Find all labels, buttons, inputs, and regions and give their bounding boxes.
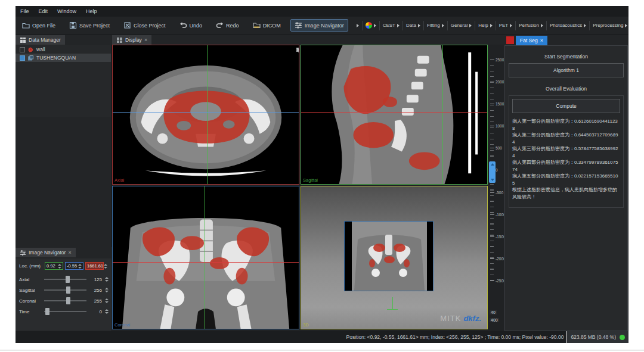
axial-crosshair-vertical[interactable] <box>207 45 208 184</box>
coronal-slider[interactable] <box>44 300 86 301</box>
axial-slider[interactable] <box>44 279 86 280</box>
view-menu-item[interactable]: CEST <box>379 21 402 30</box>
level-tick-label: -2500 <box>490 279 506 283</box>
sagittal-crosshair-vertical[interactable] <box>442 45 443 184</box>
axial-viewport[interactable]: Axial <box>112 45 299 185</box>
undo-button[interactable]: Undo <box>175 19 207 32</box>
slider-thumb[interactable] <box>66 297 70 304</box>
threed-crosshair-horizontal <box>387 309 398 310</box>
sagittal-slider-label: Sagittal <box>19 288 42 293</box>
sagittal-slider[interactable] <box>44 289 86 291</box>
spinner[interactable] <box>104 288 109 292</box>
menu-item[interactable]: Edit <box>39 8 48 14</box>
redo-button[interactable]: Redo <box>212 19 243 32</box>
menu-item[interactable]: Window <box>57 8 76 14</box>
dicom-button[interactable]: DICOM <box>249 19 285 32</box>
window-value[interactable]: 400 <box>490 318 499 322</box>
start-segmentation-label: Start Segmentation <box>509 54 624 60</box>
mitk-logo-text: MITK <box>440 314 461 323</box>
memory-status-led-icon <box>620 335 625 340</box>
sagittal-crosshair-horizontal[interactable] <box>301 112 487 113</box>
close-project-button[interactable]: Close Project <box>119 19 170 32</box>
compute-button[interactable]: Compute <box>512 99 620 113</box>
view-menu-item[interactable]: Help <box>475 21 495 30</box>
view-menu-label: PET <box>499 23 509 28</box>
image-navigator-button[interactable]: Image Navigator <box>290 19 348 32</box>
open-file-button[interactable]: Open File <box>18 19 60 32</box>
level-tick-label: -500 <box>490 191 506 195</box>
threed-crosshair-vertical <box>392 297 393 309</box>
coronal-crosshair-horizontal[interactable] <box>113 262 299 263</box>
level-tick-label: 2500 <box>490 58 506 62</box>
open-file-icon <box>22 21 30 29</box>
time-slider[interactable] <box>44 311 86 312</box>
menu-item[interactable]: Help <box>86 8 97 14</box>
view-menu-item[interactable]: General <box>447 21 475 30</box>
close-icon[interactable]: × <box>540 38 543 43</box>
loc-x-spinbox[interactable]: 0.92 <box>45 262 63 270</box>
slider-thumb[interactable] <box>66 276 70 283</box>
time-slider-row: Time 0 <box>19 306 109 317</box>
view-menu-label: Data <box>406 23 416 28</box>
threed-viewport[interactable]: MITK dkfz. 3D <box>301 186 488 329</box>
tab-fat-seg[interactable]: Fat Seg × <box>516 36 547 45</box>
data-node-tushengquan[interactable]: TUSHENGQUAN <box>16 54 111 62</box>
undo-label: Undo <box>190 23 203 29</box>
view-menu-item[interactable]: PET <box>496 21 516 30</box>
coronal-slider-value: 255 <box>90 298 102 304</box>
menu-bar: FileEditWindowHelp <box>16 6 628 17</box>
axial-crosshair-horizontal[interactable] <box>113 112 299 113</box>
loc-z-spinbox[interactable]: 1661.61 <box>85 262 104 270</box>
coronal-viewport[interactable]: Coronal <box>112 186 299 329</box>
redo-label: Redo <box>226 23 239 29</box>
view-menu-item[interactable]: Preprocessing <box>589 21 628 30</box>
spinner[interactable] <box>78 264 82 269</box>
loc-y-value: -0.55 <box>67 263 77 269</box>
sagittal-viewport[interactable]: Sagittal <box>301 45 488 185</box>
slider-thumb[interactable] <box>66 286 70 294</box>
visibility-checkbox[interactable] <box>20 55 25 61</box>
colormap-menu-button[interactable] <box>362 21 379 30</box>
sagittal-slider-row: Sagittal 256 <box>19 285 109 295</box>
spinner[interactable] <box>104 277 109 282</box>
memory-usage-text: 623.85 MB (0.48 %) <box>571 334 616 340</box>
submenu-arrow-icon <box>541 24 543 27</box>
tab-display[interactable]: Display × <box>112 35 151 45</box>
view-menu-item[interactable]: Data <box>402 21 423 30</box>
view-menu-item[interactable]: Photoacoustics <box>546 21 589 30</box>
slider-thumb[interactable] <box>45 308 49 315</box>
coronal-crosshair-vertical[interactable] <box>205 186 205 329</box>
level-tick-label: 1000 <box>490 124 506 128</box>
close-icon[interactable] <box>296 47 299 52</box>
toolbar-overflow-button[interactable] <box>354 21 362 30</box>
visibility-checkbox[interactable] <box>20 47 25 52</box>
tab-data-manager[interactable]: Data Manager <box>16 35 65 45</box>
sagittal-ct-image <box>301 45 487 184</box>
tab-image-navigator[interactable]: Image Navigator × <box>16 248 76 257</box>
spinner[interactable] <box>104 298 109 303</box>
menu-item[interactable]: File <box>20 8 29 14</box>
level-slider-thumb[interactable] <box>489 161 496 183</box>
undo-icon <box>179 21 187 29</box>
loc-y-spinbox[interactable]: -0.55 <box>65 262 83 270</box>
view-menu-item[interactable]: Perfusion <box>515 21 546 30</box>
algorithm-1-button[interactable]: Algorithm 1 <box>509 63 624 77</box>
close-icon[interactable]: × <box>68 250 71 256</box>
axial-view-label: Axial <box>114 177 124 183</box>
data-node-wall[interactable]: wall <box>16 45 111 54</box>
display-tabbar: Display × <box>112 35 504 45</box>
threed-slice-plane[interactable] <box>344 221 434 291</box>
view-menu-label: Fitting <box>427 23 440 28</box>
view-menu-item[interactable]: Fitting <box>423 21 447 30</box>
data-manager-panel: Data Manager wall TUSHENGQUAN Image Navi… <box>16 35 112 331</box>
fat-seg-view-icon <box>506 36 514 44</box>
close-icon[interactable]: × <box>144 38 147 43</box>
close-project-label: Close Project <box>134 23 166 29</box>
spinner[interactable] <box>57 264 62 269</box>
axial-slider-value: 125 <box>90 277 102 282</box>
display-tab-label: Display <box>125 37 142 43</box>
spinner[interactable] <box>104 309 109 314</box>
spinner[interactable] <box>103 264 108 269</box>
level-value[interactable]: 40 <box>490 310 497 314</box>
save-project-button[interactable]: Save Project <box>65 19 114 32</box>
